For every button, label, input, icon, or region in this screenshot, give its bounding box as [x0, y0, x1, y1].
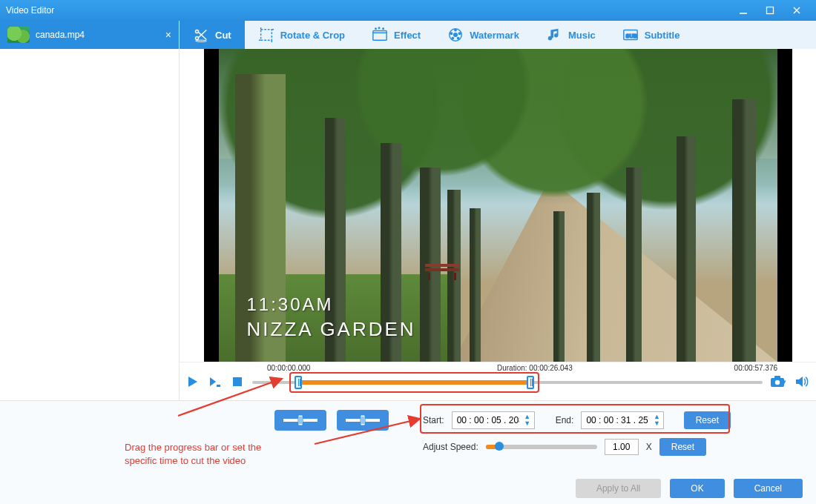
svg-rect-9 — [260, 30, 272, 41]
time-total: 00:00:57.376 — [734, 364, 777, 372]
svg-text:SUB: SUB — [625, 33, 636, 39]
play-next-button[interactable] — [208, 374, 223, 389]
split-right-button[interactable] — [337, 410, 389, 431]
timeline-handle-end[interactable] — [527, 376, 534, 389]
tab-effect-label: Effect — [394, 30, 421, 41]
cut-reset-button[interactable]: Reset — [684, 411, 731, 429]
tab-watermark-label: Watermark — [470, 30, 519, 41]
svg-marker-24 — [188, 377, 197, 387]
tab-subtitle-label: Subtitle — [645, 30, 680, 41]
start-spin-down[interactable]: ▼ — [522, 420, 533, 427]
close-button[interactable] — [783, 2, 810, 19]
svg-rect-26 — [217, 385, 220, 387]
svg-point-14 — [383, 28, 384, 29]
file-name: canada.mp4 — [36, 30, 85, 40]
speed-slider[interactable] — [486, 445, 597, 449]
music-icon — [546, 27, 562, 43]
tab-subtitle[interactable]: SUB Subtitle — [609, 21, 694, 49]
annotation-text: Drag the progress bar or set the specifi… — [125, 441, 261, 467]
controls-panel: Start: ▲▼ End: ▲▼ Reset Adjust Speed: X … — [0, 400, 816, 473]
speed-reset-button[interactable]: Reset — [659, 438, 706, 456]
svg-rect-37 — [361, 415, 365, 425]
snapshot-button[interactable]: ▾ — [770, 374, 786, 390]
start-time-field[interactable]: ▲▼ — [452, 411, 535, 429]
speed-label: Adjust Speed: — [423, 442, 478, 452]
video-preview[interactable]: 11:30AM NIZZA GARDEN — [219, 49, 777, 362]
play-button[interactable] — [185, 374, 200, 389]
watermark-icon — [447, 27, 464, 43]
svg-point-17 — [455, 29, 456, 30]
preview-stage: 11:30AM NIZZA GARDEN — [180, 49, 816, 362]
time-duration: Duration: 00:00:26.043 — [497, 364, 573, 372]
cancel-button[interactable]: Cancel — [734, 479, 803, 498]
timeline-handle-start[interactable] — [295, 376, 302, 389]
end-spin-down[interactable]: ▼ — [651, 420, 662, 427]
svg-point-20 — [452, 37, 453, 39]
start-time-input[interactable] — [454, 415, 522, 425]
svg-point-13 — [378, 27, 379, 28]
minimize-button[interactable] — [730, 2, 757, 19]
split-left-button[interactable] — [274, 410, 326, 431]
svg-rect-29 — [774, 376, 780, 379]
timeline-track[interactable] — [252, 374, 763, 390]
effect-icon — [372, 27, 388, 43]
tab-watermark[interactable]: Watermark — [434, 21, 533, 49]
tab-music[interactable]: Music — [533, 21, 609, 49]
tab-cut-label: Cut — [215, 30, 231, 41]
svg-point-18 — [458, 33, 460, 34]
crop-icon — [258, 27, 274, 43]
subtitle-icon: SUB — [622, 27, 639, 43]
tab-rotate-label: Rotate & Crop — [280, 30, 345, 41]
speed-value-input[interactable] — [605, 439, 639, 455]
svg-rect-33 — [298, 415, 303, 425]
svg-point-12 — [375, 28, 376, 29]
stop-button[interactable] — [230, 374, 245, 389]
svg-rect-27 — [233, 377, 242, 386]
timeline-bar: 00:00:00.000 Duration: 00:00:26.043 00:0… — [180, 362, 816, 400]
svg-marker-31 — [796, 377, 803, 387]
svg-point-30 — [775, 379, 780, 384]
window-title: Video Editor — [6, 5, 730, 16]
svg-point-8 — [196, 40, 207, 42]
volume-button[interactable] — [794, 374, 810, 390]
title-bar: Video Editor — [0, 0, 816, 21]
svg-point-21 — [450, 33, 452, 34]
file-tab[interactable]: canada.mp4 × — [0, 21, 179, 49]
maximize-button[interactable] — [757, 2, 783, 19]
end-time-field[interactable]: ▲▼ — [581, 411, 664, 429]
svg-point-19 — [458, 37, 459, 39]
apply-all-button[interactable]: Apply to All — [576, 479, 661, 498]
tab-cut[interactable]: Cut — [180, 21, 245, 49]
svg-marker-25 — [210, 377, 216, 386]
end-label: End: — [556, 415, 574, 425]
file-thumbnail — [7, 27, 30, 43]
tab-rotate-crop[interactable]: Rotate & Crop — [245, 21, 358, 49]
tab-effect[interactable]: Effect — [358, 21, 434, 49]
tab-music-label: Music — [568, 30, 596, 41]
video-overlay-text: 11:30AM NIZZA GARDEN — [247, 294, 416, 341]
svg-point-16 — [454, 33, 458, 37]
svg-rect-1 — [767, 7, 774, 14]
end-time-input[interactable] — [583, 415, 651, 425]
footer: Apply to All OK Cancel — [0, 473, 816, 504]
toolbar: Cut Rotate & Crop Effect Watermark Music… — [180, 21, 816, 49]
bench — [425, 264, 459, 280]
speed-x: X — [646, 442, 652, 452]
scissors-icon — [193, 27, 209, 43]
ok-button[interactable]: OK — [670, 479, 724, 498]
time-current: 00:00:00.000 — [267, 364, 310, 372]
start-label: Start: — [423, 415, 444, 425]
close-file-icon[interactable]: × — [165, 29, 171, 41]
sidebar: canada.mp4 × — [0, 21, 180, 400]
svg-rect-10 — [373, 31, 386, 41]
